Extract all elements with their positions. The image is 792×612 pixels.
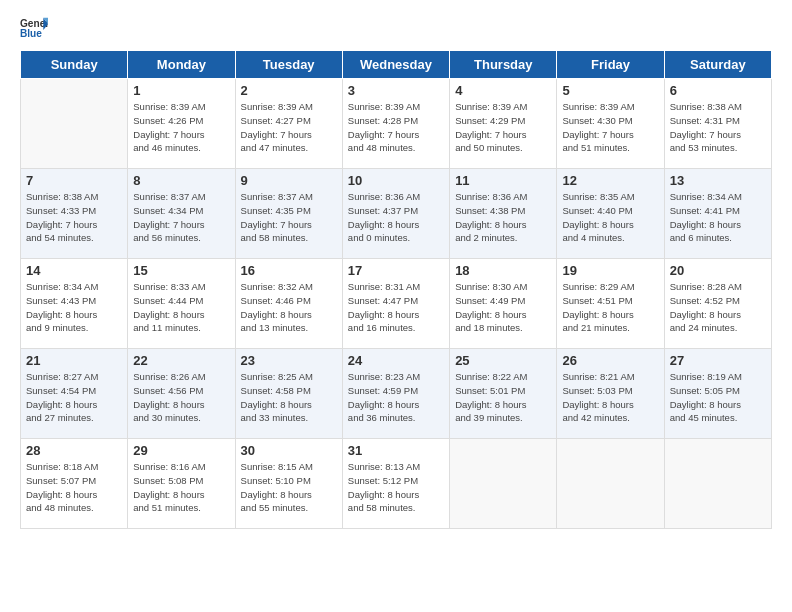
week-row-3: 14Sunrise: 8:34 AM Sunset: 4:43 PM Dayli… — [21, 259, 772, 349]
date-number: 22 — [133, 353, 229, 368]
cal-cell: 19Sunrise: 8:29 AM Sunset: 4:51 PM Dayli… — [557, 259, 664, 349]
week-row-1: 1Sunrise: 8:39 AM Sunset: 4:26 PM Daylig… — [21, 79, 772, 169]
day-header-saturday: Saturday — [664, 51, 771, 79]
cal-cell: 7Sunrise: 8:38 AM Sunset: 4:33 PM Daylig… — [21, 169, 128, 259]
cell-info: Sunrise: 8:39 AM Sunset: 4:27 PM Dayligh… — [241, 100, 337, 155]
calendar-table: SundayMondayTuesdayWednesdayThursdayFrid… — [20, 50, 772, 529]
cal-cell: 18Sunrise: 8:30 AM Sunset: 4:49 PM Dayli… — [450, 259, 557, 349]
date-number: 1 — [133, 83, 229, 98]
cell-info: Sunrise: 8:39 AM Sunset: 4:26 PM Dayligh… — [133, 100, 229, 155]
date-number: 25 — [455, 353, 551, 368]
cal-cell: 15Sunrise: 8:33 AM Sunset: 4:44 PM Dayli… — [128, 259, 235, 349]
cal-cell: 14Sunrise: 8:34 AM Sunset: 4:43 PM Dayli… — [21, 259, 128, 349]
cal-cell: 11Sunrise: 8:36 AM Sunset: 4:38 PM Dayli… — [450, 169, 557, 259]
cal-cell: 12Sunrise: 8:35 AM Sunset: 4:40 PM Dayli… — [557, 169, 664, 259]
cal-cell: 6Sunrise: 8:38 AM Sunset: 4:31 PM Daylig… — [664, 79, 771, 169]
date-number: 11 — [455, 173, 551, 188]
logo: General Blue — [20, 16, 48, 38]
cell-info: Sunrise: 8:34 AM Sunset: 4:43 PM Dayligh… — [26, 280, 122, 335]
cal-cell: 30Sunrise: 8:15 AM Sunset: 5:10 PM Dayli… — [235, 439, 342, 529]
date-number: 6 — [670, 83, 766, 98]
cal-cell: 31Sunrise: 8:13 AM Sunset: 5:12 PM Dayli… — [342, 439, 449, 529]
date-number: 5 — [562, 83, 658, 98]
cell-info: Sunrise: 8:28 AM Sunset: 4:52 PM Dayligh… — [670, 280, 766, 335]
cal-cell: 29Sunrise: 8:16 AM Sunset: 5:08 PM Dayli… — [128, 439, 235, 529]
cell-info: Sunrise: 8:32 AM Sunset: 4:46 PM Dayligh… — [241, 280, 337, 335]
cal-cell: 16Sunrise: 8:32 AM Sunset: 4:46 PM Dayli… — [235, 259, 342, 349]
date-number: 28 — [26, 443, 122, 458]
cell-info: Sunrise: 8:38 AM Sunset: 4:31 PM Dayligh… — [670, 100, 766, 155]
cell-info: Sunrise: 8:34 AM Sunset: 4:41 PM Dayligh… — [670, 190, 766, 245]
cal-cell: 24Sunrise: 8:23 AM Sunset: 4:59 PM Dayli… — [342, 349, 449, 439]
cell-info: Sunrise: 8:36 AM Sunset: 4:37 PM Dayligh… — [348, 190, 444, 245]
cal-cell: 9Sunrise: 8:37 AM Sunset: 4:35 PM Daylig… — [235, 169, 342, 259]
logo-icon: General Blue — [20, 16, 48, 38]
cell-info: Sunrise: 8:30 AM Sunset: 4:49 PM Dayligh… — [455, 280, 551, 335]
date-number: 9 — [241, 173, 337, 188]
cell-info: Sunrise: 8:13 AM Sunset: 5:12 PM Dayligh… — [348, 460, 444, 515]
date-number: 26 — [562, 353, 658, 368]
date-number: 31 — [348, 443, 444, 458]
date-number: 17 — [348, 263, 444, 278]
date-number: 8 — [133, 173, 229, 188]
cell-info: Sunrise: 8:19 AM Sunset: 5:05 PM Dayligh… — [670, 370, 766, 425]
cal-cell: 21Sunrise: 8:27 AM Sunset: 4:54 PM Dayli… — [21, 349, 128, 439]
cal-cell: 8Sunrise: 8:37 AM Sunset: 4:34 PM Daylig… — [128, 169, 235, 259]
date-number: 21 — [26, 353, 122, 368]
cell-info: Sunrise: 8:16 AM Sunset: 5:08 PM Dayligh… — [133, 460, 229, 515]
cal-cell: 5Sunrise: 8:39 AM Sunset: 4:30 PM Daylig… — [557, 79, 664, 169]
date-number: 20 — [670, 263, 766, 278]
day-header-monday: Monday — [128, 51, 235, 79]
cell-info: Sunrise: 8:25 AM Sunset: 4:58 PM Dayligh… — [241, 370, 337, 425]
day-header-wednesday: Wednesday — [342, 51, 449, 79]
cal-cell: 1Sunrise: 8:39 AM Sunset: 4:26 PM Daylig… — [128, 79, 235, 169]
cell-info: Sunrise: 8:15 AM Sunset: 5:10 PM Dayligh… — [241, 460, 337, 515]
cell-info: Sunrise: 8:29 AM Sunset: 4:51 PM Dayligh… — [562, 280, 658, 335]
cell-info: Sunrise: 8:18 AM Sunset: 5:07 PM Dayligh… — [26, 460, 122, 515]
cal-cell: 10Sunrise: 8:36 AM Sunset: 4:37 PM Dayli… — [342, 169, 449, 259]
date-number: 10 — [348, 173, 444, 188]
cal-cell: 4Sunrise: 8:39 AM Sunset: 4:29 PM Daylig… — [450, 79, 557, 169]
cal-cell — [664, 439, 771, 529]
cal-cell: 27Sunrise: 8:19 AM Sunset: 5:05 PM Dayli… — [664, 349, 771, 439]
cell-info: Sunrise: 8:37 AM Sunset: 4:35 PM Dayligh… — [241, 190, 337, 245]
cal-cell: 28Sunrise: 8:18 AM Sunset: 5:07 PM Dayli… — [21, 439, 128, 529]
cell-info: Sunrise: 8:27 AM Sunset: 4:54 PM Dayligh… — [26, 370, 122, 425]
day-header-sunday: Sunday — [21, 51, 128, 79]
cell-info: Sunrise: 8:39 AM Sunset: 4:29 PM Dayligh… — [455, 100, 551, 155]
cell-info: Sunrise: 8:26 AM Sunset: 4:56 PM Dayligh… — [133, 370, 229, 425]
cell-info: Sunrise: 8:35 AM Sunset: 4:40 PM Dayligh… — [562, 190, 658, 245]
date-number: 2 — [241, 83, 337, 98]
date-number: 4 — [455, 83, 551, 98]
date-number: 27 — [670, 353, 766, 368]
date-number: 3 — [348, 83, 444, 98]
date-number: 30 — [241, 443, 337, 458]
cal-cell: 23Sunrise: 8:25 AM Sunset: 4:58 PM Dayli… — [235, 349, 342, 439]
cell-info: Sunrise: 8:21 AM Sunset: 5:03 PM Dayligh… — [562, 370, 658, 425]
cal-cell — [450, 439, 557, 529]
day-header-friday: Friday — [557, 51, 664, 79]
date-number: 16 — [241, 263, 337, 278]
date-number: 13 — [670, 173, 766, 188]
cal-cell — [557, 439, 664, 529]
date-number: 29 — [133, 443, 229, 458]
week-row-2: 7Sunrise: 8:38 AM Sunset: 4:33 PM Daylig… — [21, 169, 772, 259]
cal-cell: 20Sunrise: 8:28 AM Sunset: 4:52 PM Dayli… — [664, 259, 771, 349]
cell-info: Sunrise: 8:39 AM Sunset: 4:30 PM Dayligh… — [562, 100, 658, 155]
date-number: 23 — [241, 353, 337, 368]
cal-cell: 2Sunrise: 8:39 AM Sunset: 4:27 PM Daylig… — [235, 79, 342, 169]
week-row-5: 28Sunrise: 8:18 AM Sunset: 5:07 PM Dayli… — [21, 439, 772, 529]
day-header-tuesday: Tuesday — [235, 51, 342, 79]
date-number: 12 — [562, 173, 658, 188]
cell-info: Sunrise: 8:39 AM Sunset: 4:28 PM Dayligh… — [348, 100, 444, 155]
header: General Blue — [20, 16, 772, 38]
cal-cell: 3Sunrise: 8:39 AM Sunset: 4:28 PM Daylig… — [342, 79, 449, 169]
cell-info: Sunrise: 8:23 AM Sunset: 4:59 PM Dayligh… — [348, 370, 444, 425]
svg-text:Blue: Blue — [20, 28, 42, 38]
cell-info: Sunrise: 8:37 AM Sunset: 4:34 PM Dayligh… — [133, 190, 229, 245]
day-header-thursday: Thursday — [450, 51, 557, 79]
date-number: 7 — [26, 173, 122, 188]
week-row-4: 21Sunrise: 8:27 AM Sunset: 4:54 PM Dayli… — [21, 349, 772, 439]
page-container: General Blue SundayMondayTuesdayWednesda… — [0, 0, 792, 539]
cal-cell: 25Sunrise: 8:22 AM Sunset: 5:01 PM Dayli… — [450, 349, 557, 439]
